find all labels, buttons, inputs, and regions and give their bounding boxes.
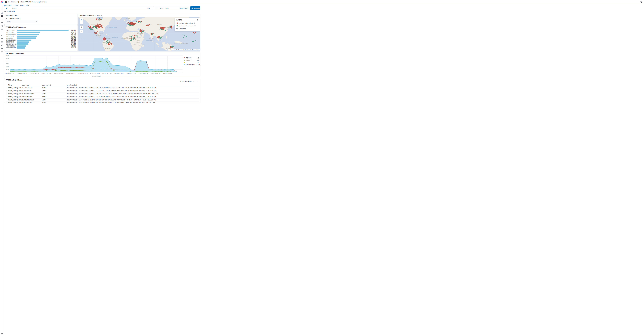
expand-row-button[interactable] xyxy=(6,90,8,92)
column-header-Time[interactable]: Time▼ xyxy=(8,84,22,86)
bar-row[interactable]: 172.31.3.5828,319 xyxy=(6,31,76,33)
next-page-button[interactable] xyxy=(196,80,199,84)
sidebar-item-siem[interactable] xyxy=(0,40,4,44)
panel-title[interactable]: VPC Flow Total Requests xyxy=(4,52,200,55)
sidebar-item-discover[interactable] xyxy=(0,8,4,11)
map-tools-button[interactable] xyxy=(80,30,83,33)
menu-link-share[interactable]: Share xyxy=(14,4,18,6)
sidebar-item-maps[interactable] xyxy=(0,21,4,24)
kibana-logo-icon[interactable] xyxy=(0,0,4,4)
saved-query-menu-button[interactable]: # ▾ xyxy=(4,6,10,10)
grid-icon xyxy=(176,28,178,30)
sidebar-item-uptime[interactable] xyxy=(0,37,4,40)
cell-source-ip: 185.175.93.78 xyxy=(22,87,42,89)
menu-link-edit[interactable]: Edit xyxy=(26,4,29,6)
sidebar-item-management[interactable] xyxy=(0,50,4,53)
sidebar-item-visualize[interactable] xyxy=(0,11,4,14)
menu-link-full-screen[interactable]: Full screen xyxy=(4,4,12,6)
bar-row[interactable]: 172.31.20.13127,113 xyxy=(6,33,76,35)
expand-row-button[interactable] xyxy=(6,87,8,88)
bar[interactable] xyxy=(17,30,68,31)
layer-item-vpc-flow-action-reject[interactable]: vpc flow action reject xyxy=(175,22,200,24)
add-filter-link[interactable]: + Add filter xyxy=(8,11,15,12)
filter-options-button[interactable] xyxy=(4,10,6,12)
sidebar-item-canvas[interactable] xyxy=(0,18,4,21)
bar[interactable] xyxy=(17,46,26,46)
bar-value-label: 10,244 xyxy=(68,47,76,49)
sidebar-item-apm[interactable] xyxy=(0,34,4,37)
legend-item[interactable]: Total Requests1,226 xyxy=(184,63,199,66)
expand-row-button[interactable] xyxy=(6,99,8,101)
cell-source-ip: 183.129.160.229 xyxy=(22,99,42,101)
kql-label[interactable]: KQL xyxy=(146,8,152,9)
sidebar-item-metrics[interactable] xyxy=(0,28,4,31)
collapse-layers-icon[interactable] xyxy=(197,19,199,21)
world-map[interactable]: Hudson BayNorth Atlantic OceanAtlantic O… xyxy=(78,17,200,51)
gear-icon xyxy=(4,10,6,12)
bar-track xyxy=(17,34,68,35)
total-requests-chart[interactable]: 2020-01-27 12:002020-01-28 00:002020-01-… xyxy=(5,54,184,77)
cell-time: Feb 3, 2020 @ 08:26:14.000 xyxy=(8,96,22,98)
panel-total-requests: VPC Flow Total Requests 2020-01-27 12:00… xyxy=(4,52,200,77)
column-header-source-ip[interactable]: source.ip xyxy=(22,84,42,86)
panel-title[interactable]: VPC Flow Top IP Addresses xyxy=(4,25,78,28)
previous-page-button[interactable] xyxy=(192,80,195,84)
bar-row[interactable]: 159.203.161.14114,257 xyxy=(6,43,76,45)
sidebar-item-logs[interactable] xyxy=(0,31,4,34)
bar[interactable] xyxy=(17,38,36,39)
sidebar-item-recently-viewed[interactable] xyxy=(0,5,4,8)
bar[interactable] xyxy=(17,32,40,33)
bar-value-label: 17,859 xyxy=(68,39,76,41)
bar-row[interactable]: 172.31.6.1925,399 xyxy=(6,35,76,37)
calendar-button[interactable]: ▾ xyxy=(153,6,159,10)
sidebar-item-dashboard[interactable] xyxy=(0,14,4,18)
legend-item[interactable]: REJECT863 xyxy=(184,57,199,59)
bar[interactable] xyxy=(17,34,39,35)
s3-bucket-select[interactable]: Select... ▾ xyxy=(6,20,38,23)
bar-row[interactable]: 80.82.78.8515,227 xyxy=(6,41,76,43)
layer-item-Road-map[interactable]: Road map xyxy=(175,27,200,30)
search-input[interactable] xyxy=(10,7,146,9)
sidebar-item-stack-monitoring[interactable] xyxy=(0,47,4,50)
layer-item-vpc-flow-action-accept[interactable]: vpc flow action accept xyxy=(175,24,200,27)
canvas-icon xyxy=(1,18,3,20)
column-header-source-port[interactable]: source.port xyxy=(42,84,67,86)
show-dates-link[interactable]: Show dates xyxy=(180,7,189,9)
sidebar-item-machine-learning[interactable] xyxy=(0,24,4,28)
cell-source-port: 46693 xyxy=(42,102,67,103)
sidebar-item-dev-tools[interactable] xyxy=(0,44,4,47)
bar[interactable] xyxy=(17,44,28,44)
bar-row[interactable]: 172.31.0.623,877 xyxy=(6,37,76,39)
bar-row[interactable]: 89.248.162.17210,244 xyxy=(6,47,76,49)
panel-s3-bucket-filter: S3 Bucket Filter S3 Bucket Names Select.… xyxy=(4,14,78,25)
bar[interactable] xyxy=(17,42,29,43)
bar[interactable] xyxy=(17,40,31,41)
svg-text:15,000: 15,000 xyxy=(6,55,9,56)
zoom-out-button[interactable]: − xyxy=(80,21,83,24)
bar-row[interactable]: 172.31.39.19617,859 xyxy=(6,39,76,41)
panel-title[interactable]: VPC Flow Reject Logs xyxy=(4,78,200,81)
bar[interactable] xyxy=(17,48,25,48)
expand-row-button[interactable] xyxy=(6,96,8,98)
time-range-label[interactable]: Last 7 days xyxy=(159,7,180,9)
legend-item[interactable]: ACCEPT253 xyxy=(184,59,199,61)
legend-color-dot xyxy=(184,60,185,60)
layers-title: LAYERS xyxy=(176,19,182,21)
menu-link-clone[interactable]: Clone xyxy=(20,4,24,6)
panel-title[interactable]: VPC Flow Action Geo Location xyxy=(78,14,200,17)
map-attribution[interactable]: Elastic Maps Service, MapTiler, OpenMapT… xyxy=(166,49,200,50)
legend-color-dot xyxy=(184,62,185,63)
expand-row-button[interactable] xyxy=(6,93,8,95)
legend-toggle-button[interactable] xyxy=(182,57,184,58)
column-header-event-original[interactable]: event.original xyxy=(67,84,199,86)
bar-row[interactable]: 45.148.10.11511,218 xyxy=(6,45,76,47)
bar[interactable] xyxy=(17,36,37,37)
panel-title[interactable]: S3 Bucket Filter xyxy=(4,14,78,17)
breadcrumb-section[interactable]: Dashboard xyxy=(8,1,16,3)
zoom-in-button[interactable]: + xyxy=(80,18,83,21)
set-view-button[interactable] xyxy=(80,26,83,29)
expand-row-button[interactable] xyxy=(6,102,8,103)
bar-row[interactable]: 94.102.53.1064,501 xyxy=(6,29,76,31)
legend-item[interactable]: -110 xyxy=(184,61,199,63)
refresh-button[interactable]: Refresh xyxy=(190,6,200,10)
